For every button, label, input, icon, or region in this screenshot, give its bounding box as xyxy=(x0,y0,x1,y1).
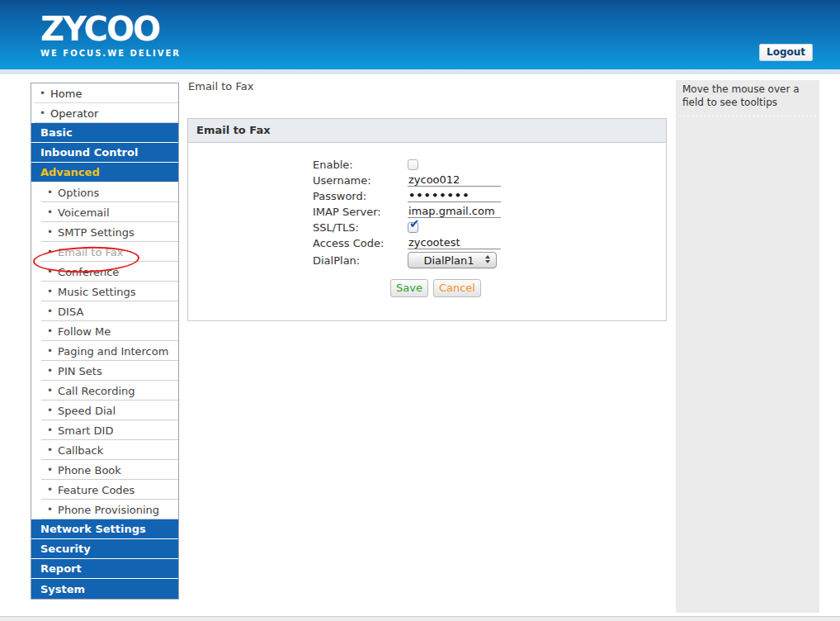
stepper-arrows-icon xyxy=(485,255,490,263)
sidebar-category-inbound-control[interactable]: Inbound Control xyxy=(31,143,178,163)
save-button[interactable]: Save xyxy=(390,279,428,297)
imap-server-row: IMAP Server: xyxy=(313,205,666,218)
sidebar-item-label: Follow Me xyxy=(58,325,111,338)
bullet-icon: • xyxy=(40,88,45,98)
sidebar-item-label: Feature Codes xyxy=(58,484,134,496)
footer-strip xyxy=(0,616,840,621)
sidebar-item-paging-and-intercom[interactable]: • Paging and Intercom xyxy=(31,341,178,361)
username-label: Username: xyxy=(313,174,408,187)
bullet-icon: • xyxy=(47,505,53,514)
sidebar-item-call-recording[interactable]: • Call Recording xyxy=(31,381,178,401)
bullet-icon: • xyxy=(47,187,53,197)
sidebar-item-speed-dial[interactable]: • Speed Dial xyxy=(31,401,178,420)
sidebar-item-label: Smart DID xyxy=(58,424,113,437)
sidebar-item-label: Paging and Intercom xyxy=(58,345,168,358)
logout-button[interactable]: Logout xyxy=(759,44,813,61)
category-label: Report xyxy=(40,562,82,575)
sidebar-item-label: Call Recording xyxy=(58,385,134,397)
sidebar-item-label: Callback xyxy=(58,444,103,457)
top-header: ZYCOO WE FOCUS.WE DELIVER Logout xyxy=(0,0,840,69)
sidebar-category-advanced[interactable]: Advanced xyxy=(31,163,178,183)
cancel-button[interactable]: Cancel xyxy=(433,279,481,297)
bullet-icon: • xyxy=(47,465,53,475)
dialplan-label: DialPlan: xyxy=(313,254,408,267)
sidebar-item-operator[interactable]: • Operator xyxy=(31,103,178,123)
bullet-icon: • xyxy=(47,326,53,336)
access-code-input[interactable] xyxy=(408,236,501,249)
bullet-icon: • xyxy=(47,306,53,316)
sidebar-item-callback[interactable]: • Callback xyxy=(31,440,178,460)
bullet-icon: • xyxy=(47,247,53,257)
sidebar-item-follow-me[interactable]: • Follow Me xyxy=(31,321,178,341)
password-input[interactable] xyxy=(408,189,501,202)
panel-body: Enable: Username: Password: IMAP Server:… xyxy=(188,143,666,320)
sidebar-item-music-settings[interactable]: • Music Settings xyxy=(31,282,178,301)
bullet-icon: • xyxy=(47,366,53,376)
sidebar-item-disa[interactable]: • DISA xyxy=(31,301,178,321)
bullet-icon: • xyxy=(47,405,53,415)
imap-server-input[interactable] xyxy=(408,205,501,218)
dialplan-row: DialPlan: DialPlan1 xyxy=(313,252,666,268)
sidebar-item-smtp-settings[interactable]: • SMTP Settings xyxy=(31,222,178,242)
bullet-icon: • xyxy=(47,346,53,356)
sidebar-item-label: Email to Fax xyxy=(58,246,123,258)
bullet-icon: • xyxy=(47,267,53,277)
access-code-label: Access Code: xyxy=(313,237,408,249)
bullet-icon: • xyxy=(40,108,45,118)
sidebar-item-label: SMTP Settings xyxy=(58,226,134,239)
bullet-icon: • xyxy=(47,386,53,396)
category-label: Inbound Control xyxy=(40,146,138,159)
category-label: Basic xyxy=(40,126,73,139)
bullet-icon: • xyxy=(47,425,53,435)
category-label: Advanced xyxy=(40,166,100,178)
sidebar-category-network-settings[interactable]: Network Settings xyxy=(31,519,178,539)
form-buttons: Save Cancel xyxy=(390,279,666,297)
checkmark-icon: ✔ xyxy=(409,218,420,230)
sidebar-item-label: Options xyxy=(58,187,99,199)
ssl-tls-row: SSL/TLS: ✔ xyxy=(313,220,666,234)
enable-row: Enable: xyxy=(313,158,666,171)
dialplan-select[interactable]: DialPlan1 xyxy=(408,252,497,268)
sidebar-item-label: Voicemail xyxy=(58,206,109,219)
sidebar-item-label: PIN Sets xyxy=(58,365,102,377)
tooltip-hint-text: Move the mouse over a field to see toolt… xyxy=(679,80,816,116)
sidebar-item-pin-sets[interactable]: • PIN Sets xyxy=(31,361,178,381)
imap-server-label: IMAP Server: xyxy=(313,206,408,218)
sidebar-category-system[interactable]: System xyxy=(31,579,178,599)
sidebar-item-voicemail[interactable]: • Voicemail xyxy=(31,202,178,222)
sidebar-item-phone-book[interactable]: • Phone Book xyxy=(31,460,178,480)
access-code-row: Access Code: xyxy=(313,236,666,249)
sidebar-item-home[interactable]: • Home xyxy=(31,83,178,103)
sidebar-item-smart-did[interactable]: • Smart DID xyxy=(31,420,178,440)
enable-label: Enable: xyxy=(313,159,408,171)
email-to-fax-panel: Email to Fax Enable: Username: Password:… xyxy=(187,118,667,321)
tooltip-panel: Move the mouse over a field to see toolt… xyxy=(676,80,819,613)
username-input[interactable] xyxy=(408,173,501,187)
bullet-icon: • xyxy=(47,227,53,237)
logo-tagline: WE FOCUS.WE DELIVER xyxy=(40,49,181,58)
sidebar-item-label: Music Settings xyxy=(58,286,135,298)
sidebar-item-label: Phone Book xyxy=(58,464,121,476)
sidebar-item-label: Home xyxy=(50,88,82,100)
sidebar-category-basic[interactable]: Basic xyxy=(31,123,178,143)
sidebar-item-feature-codes[interactable]: • Feature Codes xyxy=(31,480,178,500)
sidebar-item-options[interactable]: • Options xyxy=(31,183,178,202)
ssl-tls-label: SSL/TLS: xyxy=(313,221,408,234)
zycoo-logo: ZYCOO WE FOCUS.WE DELIVER xyxy=(40,11,181,58)
sidebar-item-phone-provisioning[interactable]: • Phone Provisioning xyxy=(31,500,178,519)
sidebar-item-label: Phone Provisioning xyxy=(58,504,159,516)
ssl-tls-checkbox[interactable]: ✔ xyxy=(408,222,418,233)
password-label: Password: xyxy=(313,190,408,202)
sidebar-category-security[interactable]: Security xyxy=(31,539,178,559)
bullet-icon: • xyxy=(47,287,53,296)
bullet-icon: • xyxy=(47,207,53,217)
sidebar-category-report[interactable]: Report xyxy=(31,559,178,579)
sidebar-item-email-to-fax[interactable]: • Email to Fax xyxy=(31,242,178,262)
logo-text: ZYCOO xyxy=(40,11,181,47)
sidebar-item-label: DISA xyxy=(58,306,83,318)
enable-checkbox[interactable] xyxy=(408,159,418,170)
category-label: Network Settings xyxy=(40,523,146,535)
sidebar-item-conference[interactable]: • Conference xyxy=(31,262,178,282)
main-content: Email to Fax Email to Fax Enable: Userna… xyxy=(187,80,667,321)
sidebar-item-label: Operator xyxy=(50,107,98,120)
